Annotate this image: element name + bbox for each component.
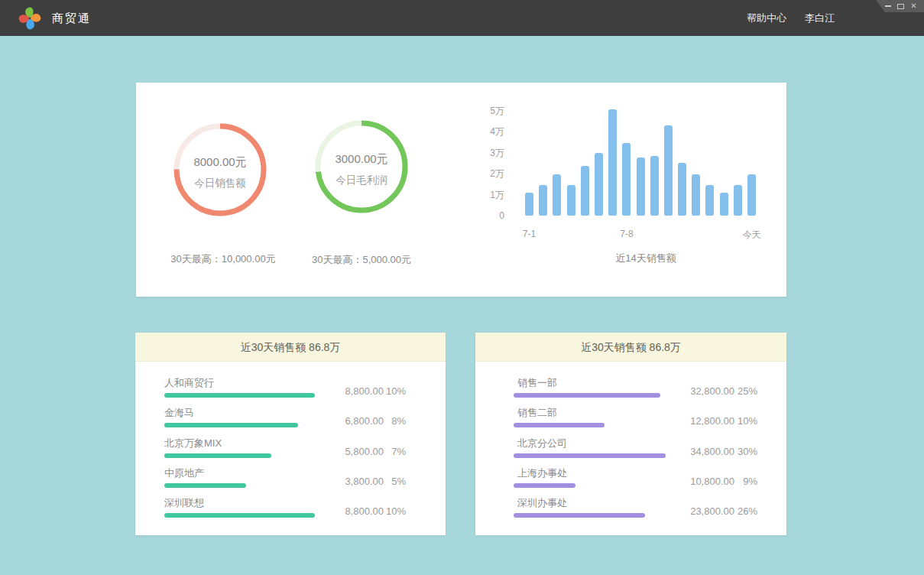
x-label-today: 今天: [743, 229, 761, 242]
customers-card-title: 近30天销售额 86.8万: [135, 333, 446, 362]
maximize-icon: [897, 4, 904, 9]
customer-percent: 10%: [377, 385, 406, 397]
department-name: 北京分公司: [517, 437, 567, 450]
minimize-icon: [885, 5, 891, 7]
department-name: 销售二部: [517, 406, 557, 420]
customer-row: 金海马 6,800.00 8%: [135, 404, 446, 434]
department-row: 销售二部 12,800.00 10%: [475, 404, 786, 434]
department-progress-bar: [514, 393, 660, 398]
today-profit-label: 今日毛利润: [300, 174, 423, 187]
customer-progress-bar: [164, 453, 271, 458]
close-button[interactable]: ✕: [907, 0, 920, 12]
close-icon: ✕: [910, 2, 916, 10]
user-menu[interactable]: 李白江: [805, 0, 835, 36]
customer-progress-bar: [164, 483, 246, 488]
department-progress-bar: [514, 483, 575, 488]
chart-bar: [664, 125, 673, 216]
customer-amount: 6,800.00: [307, 415, 384, 427]
customer-percent: 5%: [377, 476, 406, 487]
y-tick-label: 3万: [470, 148, 504, 158]
department-percent: 9%: [728, 476, 757, 487]
y-tick-label: 0: [470, 211, 504, 220]
overview-card: 8000.00元 今日销售额 30天最高：10,000.00元 3000.00元…: [136, 83, 786, 297]
department-progress-bar: [514, 423, 605, 427]
customer-row: 深圳联想 8,800.00 10%: [135, 494, 446, 524]
department-row: 销售一部 32,800.00 25%: [475, 374, 786, 404]
chart-bar: [553, 174, 561, 216]
x-label-7-8: 7-8: [620, 229, 633, 239]
customer-amount: 5,800.00: [307, 446, 384, 457]
chart-bar: [720, 193, 728, 216]
department-percent: 26%: [728, 505, 757, 517]
department-amount: 34,800.00: [658, 446, 734, 457]
customer-amount: 8,800.00: [307, 505, 384, 517]
customer-amount: 8,800.00: [307, 385, 384, 397]
customer-percent: 10%: [377, 505, 406, 517]
chart-bar: [525, 193, 533, 216]
chart-bar: [678, 163, 686, 216]
departments-sales-card: 近30天销售额 86.8万 销售一部 32,800.00 25% 销售二部 12…: [475, 333, 786, 535]
chart-bar: [608, 109, 617, 216]
customer-amount: 3,800.00: [307, 476, 384, 487]
department-percent: 25%: [728, 385, 757, 397]
help-center-link[interactable]: 帮助中心: [747, 0, 786, 36]
y-tick-label: 5万: [470, 106, 504, 115]
top-bar: 商贸通 帮助中心 李白江 ✕: [0, 0, 924, 36]
chart-bar: [705, 185, 714, 216]
chart-bar: [595, 153, 603, 216]
chart-title: 近14天销售额: [569, 252, 722, 265]
maximize-button[interactable]: [894, 0, 907, 12]
department-amount: 32,800.00: [658, 385, 734, 397]
departments-card-title: 近30天销售额 86.8万: [475, 333, 786, 362]
department-percent: 30%: [728, 446, 757, 457]
chart-bar: [567, 185, 575, 216]
chart-bar: [622, 143, 631, 216]
chart-bar: [637, 158, 645, 216]
customer-name: 北京万象MIX: [164, 437, 222, 450]
customer-row: 中原地产 3,800.00 5%: [135, 464, 446, 494]
app-window: 商贸通 帮助中心 李白江 ✕ 8000.00元 今日销售额 30天最高：10,0…: [0, 0, 924, 575]
customer-percent: 7%: [377, 446, 406, 457]
department-row: 上海办事处 10,800.00 9%: [475, 464, 786, 494]
department-row: 北京分公司 34,800.00 30%: [475, 434, 786, 464]
y-tick-label: 4万: [470, 127, 504, 136]
customer-progress-bar: [164, 513, 315, 518]
chart-bar: [747, 174, 756, 216]
chart-y-axis: 5万4万3万2万1万0: [470, 106, 504, 220]
department-amount: 23,800.00: [658, 505, 734, 517]
y-tick-label: 1万: [470, 190, 504, 200]
today-sales-value: 8000.00元: [159, 154, 281, 170]
today-sales-text: 8000.00元 今日销售额: [159, 154, 281, 190]
sales-30d-max: 30天最高：10,000.00元: [147, 252, 300, 266]
department-amount: 10,800.00: [658, 476, 734, 487]
customer-progress-bar: [164, 393, 315, 398]
today-sales-label: 今日销售额: [159, 177, 281, 190]
customers-sales-card: 近30天销售额 86.8万 人和商贸行 8,800.00 10% 金海马 6,8…: [135, 333, 446, 535]
departments-list: 销售一部 32,800.00 25% 销售二部 12,800.00 10% 北京…: [475, 362, 786, 524]
department-percent: 10%: [728, 415, 757, 427]
customer-row: 人和商贸行 8,800.00 10%: [135, 374, 446, 404]
department-row: 深圳办事处 23,800.00 26%: [475, 494, 786, 524]
profit-30d-max: 30天最高：5,000.00元: [285, 253, 438, 267]
department-progress-bar: [514, 513, 645, 518]
sales-bar-chart: [525, 100, 756, 216]
customer-row: 北京万象MIX 5,800.00 7%: [135, 434, 446, 464]
customers-list: 人和商贸行 8,800.00 10% 金海马 6,800.00 8% 北京万象M…: [135, 362, 446, 524]
y-tick-label: 2万: [470, 169, 504, 178]
department-name: 上海办事处: [517, 466, 567, 480]
department-name: 深圳办事处: [517, 496, 567, 510]
pinwheel-logo-icon: [17, 5, 43, 31]
app-title: 商贸通: [52, 0, 91, 36]
department-name: 销售一部: [517, 376, 557, 390]
customer-name: 深圳联想: [164, 496, 204, 510]
customer-name: 金海马: [164, 406, 194, 420]
chart-bar: [692, 174, 700, 216]
minimize-button[interactable]: [881, 0, 894, 12]
today-profit-text: 3000.00元 今日毛利润: [300, 151, 423, 187]
customer-percent: 8%: [377, 415, 406, 427]
chart-bar: [581, 166, 589, 216]
department-amount: 12,800.00: [658, 415, 734, 427]
chart-bar: [734, 185, 742, 216]
window-controls: ✕: [876, 0, 924, 12]
customer-name: 中原地产: [164, 466, 204, 480]
